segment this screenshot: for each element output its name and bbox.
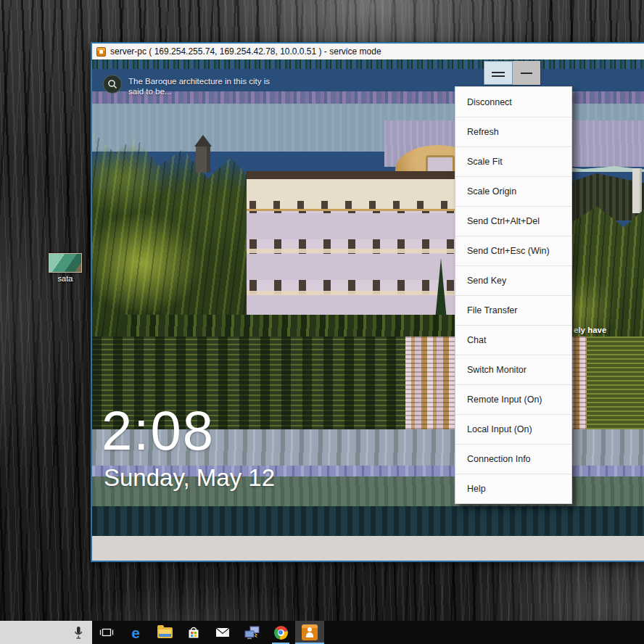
lockscreen-fort-tower <box>194 135 212 173</box>
lockscreen-hint-text: The Baroque architecture in this city is… <box>128 75 270 96</box>
menu-item-scale-fit[interactable]: Scale Fit <box>455 146 571 176</box>
remote-desktop-button[interactable] <box>237 621 266 644</box>
menu-item-chat[interactable]: Chat <box>455 325 571 355</box>
sata-thumbnail-icon <box>49 253 82 273</box>
lake-teal-band <box>92 506 644 536</box>
minimize-icon <box>521 73 532 74</box>
viewer-dropdown-menu: Disconnect Refresh Scale Fit Scale Origi… <box>455 86 572 504</box>
menu-item-scale-origin[interactable]: Scale Origin <box>455 176 571 206</box>
hamburger-icon <box>492 70 505 77</box>
lockscreen-trees-left <box>92 132 257 344</box>
menu-item-help[interactable]: Help <box>455 474 571 503</box>
lockscreen-white-tower <box>632 168 642 213</box>
task-view-icon <box>99 625 114 640</box>
edge-icon: e <box>131 625 140 640</box>
taskbar: e <box>0 621 644 644</box>
edge-button[interactable]: e <box>121 621 150 644</box>
remote-app-button[interactable] <box>295 621 324 644</box>
menu-item-file-transfer[interactable]: File Transfer <box>455 295 571 325</box>
lockscreen-time: 2:08 <box>102 403 215 458</box>
task-view-button[interactable] <box>92 621 121 644</box>
menu-item-refresh[interactable]: Refresh <box>455 117 571 146</box>
mail-icon <box>215 627 230 638</box>
mail-button[interactable] <box>208 621 237 644</box>
remote-app-icon <box>302 624 318 640</box>
toolbar-menu-button[interactable] <box>484 61 513 85</box>
lockscreen-treeline-top <box>92 59 644 69</box>
lockscreen-date: Sunday, May 12 <box>104 464 275 492</box>
lockscreen-tip-fragment: ely have <box>574 326 606 334</box>
search-icon[interactable] <box>103 75 122 94</box>
menu-item-connection-info[interactable]: Connection Info <box>455 444 571 474</box>
chrome-icon <box>274 626 288 640</box>
app-window-icon <box>96 47 106 57</box>
menu-item-send-key[interactable]: Send Key <box>455 265 571 295</box>
taskbar-search-box[interactable] <box>0 621 92 644</box>
microphone-icon[interactable] <box>73 626 83 640</box>
menu-item-send-ctrl-esc[interactable]: Send Ctrl+Esc (Win) <box>455 236 571 265</box>
menu-item-disconnect[interactable]: Disconnect <box>455 87 571 117</box>
chrome-button[interactable] <box>266 621 295 644</box>
menu-item-local-input[interactable]: Local Input (On) <box>455 414 571 444</box>
window-titlebar[interactable]: server-pc ( 169.254.255.74, 169.254.42.7… <box>92 44 644 59</box>
lockscreen-search-bubble[interactable]: The Baroque architecture in this city is… <box>103 75 270 96</box>
store-button[interactable] <box>179 621 208 644</box>
window-title: server-pc ( 169.254.255.74, 169.254.42.7… <box>110 46 381 57</box>
file-explorer-icon <box>157 627 173 638</box>
file-explorer-button[interactable] <box>150 621 179 644</box>
store-icon <box>186 625 201 640</box>
menu-item-switch-monitor[interactable]: Switch Monitor <box>455 355 571 384</box>
menu-item-remote-input[interactable]: Remote Input (On) <box>455 384 571 414</box>
remote-desktop-icon <box>244 625 260 640</box>
screen: sata server-pc ( 169.254.255.74, 169.254… <box>0 0 644 644</box>
toolbar-minimize-button[interactable] <box>513 61 540 85</box>
menu-item-send-ctrl-alt-del[interactable]: Send Ctrl+Alt+Del <box>455 206 571 236</box>
desktop-icon-sata[interactable]: sata <box>42 253 88 283</box>
window-bottom-strip <box>92 536 644 561</box>
desktop-icon-label: sata <box>42 274 88 283</box>
viewer-toolbar <box>484 61 540 85</box>
